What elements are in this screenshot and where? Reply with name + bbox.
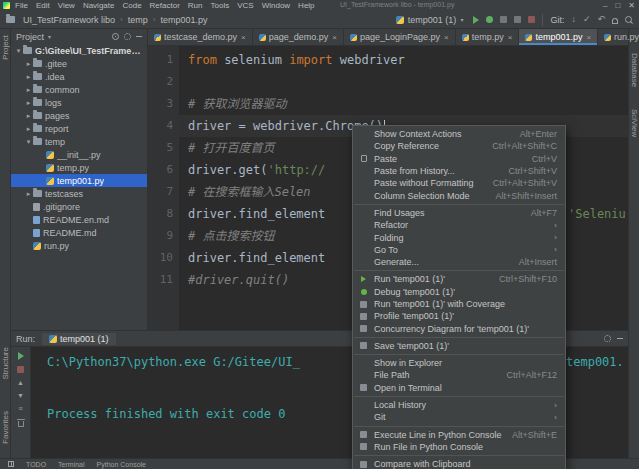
git-rollback-icon[interactable]: ↶ (597, 15, 605, 24)
ctx-paste-without-formatting[interactable]: Paste without FormattingCtrl+Alt+Shift+V (353, 177, 565, 189)
tree-item-common[interactable]: ▸ common (11, 83, 147, 96)
tab-temp001-py[interactable]: temp001.py × (519, 29, 598, 45)
tool-window-sciview[interactable]: SciView (630, 109, 639, 137)
tree-item-testcases[interactable]: ▸ testcases (11, 187, 147, 200)
editor-gutter[interactable]: 1 2 3 4 5 6 7 8 9 10 11 (148, 46, 179, 330)
stop-button[interactable] (17, 366, 24, 373)
toolwindow-switcher-icon[interactable] (8, 461, 14, 467)
tab-page-demo[interactable]: page_demo.py × (253, 29, 344, 45)
git-commit-icon[interactable]: ✓ (583, 15, 591, 24)
ctx-compare-with-clipboard[interactable]: Compare with Clipboard (353, 458, 565, 469)
close-icon[interactable]: × (241, 33, 246, 42)
tab-testcase-demo[interactable]: testcase_demo.py × (148, 29, 253, 45)
project-panel-title[interactable]: Project (16, 32, 44, 42)
ctx-run[interactable]: Run 'temp001 (1)'Ctrl+Shift+F10 (353, 273, 565, 285)
menu-code[interactable]: Code (122, 1, 141, 10)
expand-arrow-icon[interactable]: ▸ (24, 86, 33, 94)
scroll-down-icon[interactable]: ▼ (17, 392, 24, 399)
tree-item-run-py[interactable]: run.py (11, 239, 147, 252)
ctx-git[interactable]: Git› (353, 411, 565, 423)
expand-arrow-icon[interactable]: ▸ (24, 125, 33, 133)
tab-run-py[interactable]: run.py (598, 29, 639, 45)
tree-item-root[interactable]: ▾ G:\Gitee\UI_TestFramework (11, 44, 147, 57)
code-line-1[interactable]: from selenium import webdriver (188, 49, 628, 71)
ctx-paste[interactable]: PasteCtrl+V (353, 153, 565, 165)
ctx-column-selection-mode[interactable]: Column Selection ModeAlt+Shift+Insert (353, 189, 565, 201)
run-config-selector[interactable]: temp001 (1) ▾ (393, 14, 467, 26)
ctx-concurrency-diagram[interactable]: Concurrency Diagram for 'temp001 (1)' (353, 322, 565, 334)
tree-item-gitignore[interactable]: .gitignore (11, 200, 147, 213)
ctx-debug[interactable]: Debug 'temp001 (1)' (353, 286, 565, 298)
profiler-button[interactable] (514, 16, 521, 23)
ctx-find-usages[interactable]: Find UsagesAlt+F7 (353, 207, 565, 219)
tree-item-temp[interactable]: ▾ temp (11, 135, 147, 148)
tool-window-project[interactable]: Project (1, 35, 10, 60)
debug-button[interactable] (486, 16, 493, 23)
ctx-save[interactable]: Save 'temp001 (1)' (353, 340, 565, 352)
breadcrumb-file[interactable]: temp001.py (160, 15, 207, 25)
notifications-bell-icon[interactable] (612, 18, 618, 23)
hide-panel-icon[interactable] (136, 36, 142, 37)
statusbar-terminal[interactable]: Terminal (58, 461, 84, 468)
expand-arrow-icon[interactable]: ▸ (24, 99, 33, 107)
breadcrumb-project[interactable]: UI_TestFramework libo (23, 15, 115, 25)
ctx-run-coverage[interactable]: Run 'temp001 (1)' with Coverage (353, 298, 565, 310)
expand-arrow-icon[interactable]: ▾ (24, 138, 33, 146)
tree-item-pages[interactable]: ▸ pages (11, 109, 147, 122)
ctx-open-in-terminal[interactable]: Open in Terminal (353, 382, 565, 394)
menu-tools[interactable]: Tools (211, 1, 230, 10)
tab-temp-py[interactable]: temp.py × (456, 29, 520, 45)
menu-navigate[interactable]: Navigate (83, 1, 115, 10)
ctx-execute-line-python-console[interactable]: Execute Line in Python ConsoleAlt+Shift+… (353, 429, 565, 441)
ctx-show-context-actions[interactable]: Show Context ActionsAlt+Enter (353, 128, 565, 140)
search-everywhere-icon[interactable] (625, 16, 633, 24)
statusbar-python-console[interactable]: Python Console (97, 461, 146, 468)
close-icon[interactable]: × (444, 33, 449, 42)
menu-view[interactable]: View (58, 1, 75, 10)
tree-item-idea[interactable]: ▸ .idea (11, 70, 147, 83)
tree-item-readme[interactable]: README.md (11, 226, 147, 239)
ctx-profile[interactable]: Profile 'temp001 (1)' (353, 310, 565, 322)
expand-arrow-icon[interactable]: ▸ (24, 190, 33, 198)
tool-window-structure[interactable]: Structure (1, 347, 10, 379)
tree-item-readme-en[interactable]: README.en.md (11, 213, 147, 226)
ctx-go-to[interactable]: Go To› (353, 244, 565, 256)
menu-run[interactable]: Run (188, 1, 203, 10)
expand-arrow-icon[interactable]: ▾ (14, 47, 23, 55)
menu-help[interactable]: Help (298, 1, 314, 10)
ctx-copy-reference[interactable]: Copy ReferenceCtrl+Alt+Shift+C (353, 140, 565, 152)
close-icon[interactable]: × (332, 33, 337, 42)
expand-arrow-icon[interactable]: ▸ (24, 73, 33, 81)
tree-item-gitee[interactable]: ▸ .gitee (11, 57, 147, 70)
menu-edit[interactable]: Edit (36, 1, 50, 10)
statusbar-todo[interactable]: TODO (26, 461, 46, 468)
gear-icon[interactable] (124, 33, 131, 40)
stop-button[interactable] (528, 16, 535, 23)
ctx-generate[interactable]: Generate...Alt+Insert (353, 256, 565, 268)
git-update-icon[interactable]: ↓ (571, 15, 576, 24)
close-icon[interactable]: × (586, 33, 591, 42)
tree-item-temp-py[interactable]: temp.py (11, 161, 147, 174)
expand-arrow-icon[interactable]: ▸ (24, 60, 33, 68)
maximize-button[interactable]: □ (615, 1, 620, 10)
run-button[interactable] (473, 16, 479, 24)
tree-item-report[interactable]: ▸ report (11, 122, 147, 135)
ctx-show-in-explorer[interactable]: Show in Explorer (353, 357, 565, 369)
ctx-local-history[interactable]: Local History› (353, 399, 565, 411)
tool-window-favorites[interactable]: Favorites (1, 411, 10, 444)
gear-icon[interactable] (604, 335, 611, 342)
expand-arrow-icon[interactable]: ▸ (24, 112, 33, 120)
ctx-folding[interactable]: Folding› (353, 231, 565, 243)
tab-page-loginpage[interactable]: page_LoginPage.py × (344, 29, 456, 45)
tree-item-logs[interactable]: ▸ logs (11, 96, 147, 109)
hide-panel-icon[interactable] (617, 338, 623, 339)
coverage-button[interactable] (500, 16, 507, 23)
ctx-run-file-python-console[interactable]: Run File in Python Console (353, 441, 565, 453)
close-icon[interactable]: × (508, 33, 513, 42)
clear-console-icon[interactable] (18, 421, 24, 427)
tree-item-temp001-py[interactable]: temp001.py (11, 174, 147, 187)
ctx-file-path[interactable]: File PathCtrl+Alt+F12 (353, 369, 565, 381)
breadcrumb-temp[interactable]: temp (128, 15, 148, 25)
close-button[interactable]: ✕ (628, 1, 635, 10)
menu-file[interactable]: File (15, 1, 28, 10)
